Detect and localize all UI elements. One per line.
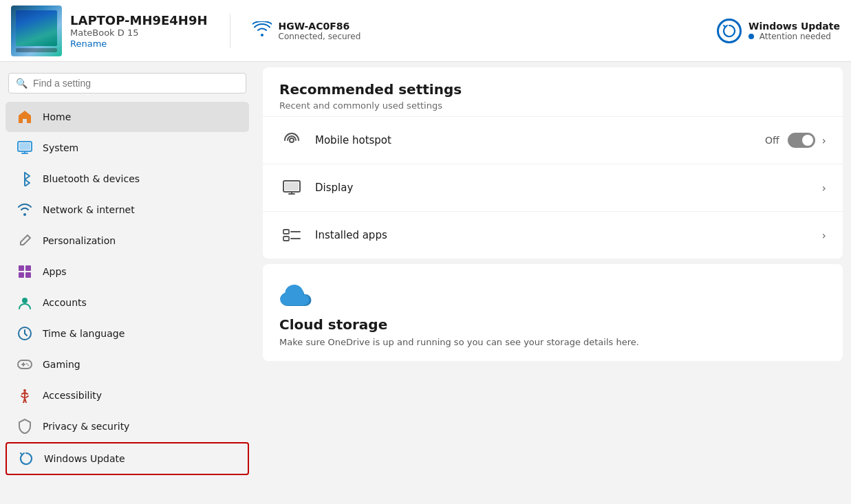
sidebar-item-label-time: Time & language	[43, 328, 125, 339]
hotspot-toggle[interactable]	[788, 133, 815, 148]
sidebar-item-label-network: Network & internet	[43, 204, 135, 215]
setting-row-hotspot[interactable]: Mobile hotspot Off ›	[263, 116, 843, 164]
hotspot-value: Off	[765, 135, 779, 146]
sidebar-item-label-home: Home	[43, 111, 71, 122]
main-layout: 🔍 Home System	[0, 62, 851, 504]
accounts-icon	[17, 294, 33, 311]
apps-icon	[17, 263, 33, 280]
time-icon	[17, 325, 33, 342]
bluetooth-icon	[17, 171, 33, 187]
wifi-name: HGW-AC0F86	[279, 21, 361, 32]
display-icon	[279, 175, 304, 200]
search-box[interactable]: 🔍	[8, 73, 246, 94]
update-title: Windows Update	[748, 21, 840, 32]
svg-point-12	[290, 138, 294, 142]
search-icon: 🔍	[16, 78, 28, 89]
sidebar-item-label-accounts: Accounts	[43, 297, 87, 308]
sidebar-item-label-bluetooth: Bluetooth & devices	[43, 173, 140, 184]
sidebar-item-update[interactable]: Windows Update	[6, 442, 249, 475]
update-text: Windows Update Attention needed	[748, 21, 840, 41]
device-thumbnail	[11, 6, 62, 56]
sidebar-item-label-accessibility: Accessibility	[43, 390, 102, 401]
svg-rect-16	[283, 237, 289, 241]
svg-rect-5	[25, 272, 31, 278]
installed-apps-icon	[279, 223, 304, 248]
windows-update-icon	[717, 19, 742, 43]
display-label: Display	[315, 182, 822, 194]
sidebar-item-label-system: System	[43, 142, 78, 153]
wifi-section: HGW-AC0F86 Connected, secured	[252, 21, 361, 41]
sidebar-item-gaming[interactable]: Gaming	[6, 349, 249, 380]
sidebar-item-label-personalization: Personalization	[43, 235, 116, 246]
device-model: MateBook D 15	[70, 28, 208, 38]
cloud-icon	[279, 278, 312, 311]
wifi-status: Connected, secured	[279, 32, 361, 41]
device-text: LAPTOP-MH9E4H9H MateBook D 15 Rename	[70, 13, 208, 49]
cloud-title: Cloud storage	[279, 316, 826, 333]
sidebar: 🔍 Home System	[0, 62, 255, 504]
setting-row-display[interactable]: Display ›	[263, 164, 843, 211]
top-bar: LAPTOP-MH9E4H9H MateBook D 15 Rename HGW…	[0, 0, 851, 62]
svg-rect-3	[25, 265, 31, 271]
update-dot	[748, 34, 754, 39]
installed-apps-label: Installed apps	[315, 229, 822, 241]
search-input[interactable]	[33, 78, 239, 89]
setting-row-installed-apps[interactable]: Installed apps ›	[263, 211, 843, 259]
installed-apps-chevron: ›	[822, 229, 826, 242]
svg-point-6	[22, 298, 28, 303]
svg-rect-1	[19, 143, 30, 150]
update-nav-icon	[18, 450, 34, 467]
cloud-description: Make sure OneDrive is up and running so …	[279, 337, 826, 347]
system-icon	[17, 140, 33, 156]
svg-rect-4	[19, 272, 24, 278]
divider-1	[230, 14, 230, 48]
content-area: Recommended settings Recent and commonly…	[255, 62, 851, 504]
sidebar-item-label-update: Windows Update	[44, 453, 125, 464]
sidebar-item-privacy[interactable]: Privacy & security	[6, 411, 249, 441]
svg-rect-2	[19, 265, 24, 271]
svg-rect-14	[285, 182, 299, 190]
sidebar-item-personalization[interactable]: Personalization	[6, 226, 249, 256]
home-icon	[17, 109, 33, 125]
device-info: LAPTOP-MH9E4H9H MateBook D 15 Rename	[11, 6, 208, 56]
sidebar-item-label-privacy: Privacy & security	[43, 421, 129, 432]
recommended-title: Recommended settings	[279, 81, 826, 98]
cloud-storage-card: Cloud storage Make sure OneDrive is up a…	[263, 264, 843, 361]
sidebar-item-time[interactable]: Time & language	[6, 318, 249, 349]
device-name: LAPTOP-MH9E4H9H	[70, 13, 208, 28]
sidebar-item-home[interactable]: Home	[6, 102, 249, 132]
sidebar-item-bluetooth[interactable]: Bluetooth & devices	[6, 164, 249, 194]
recommended-settings-card: Recommended settings Recent and commonly…	[263, 67, 843, 259]
svg-point-9	[26, 363, 28, 364]
svg-point-11	[23, 389, 26, 392]
update-section[interactable]: Windows Update Attention needed	[717, 19, 840, 43]
gaming-icon	[17, 356, 33, 373]
personalization-icon	[17, 232, 33, 249]
hotspot-chevron: ›	[822, 134, 826, 147]
sidebar-item-label-gaming: Gaming	[43, 359, 80, 370]
svg-point-10	[28, 364, 29, 366]
recommended-subtitle: Recent and commonly used settings	[279, 100, 826, 111]
sidebar-item-accounts[interactable]: Accounts	[6, 287, 249, 318]
display-chevron: ›	[822, 182, 826, 195]
hotspot-label: Mobile hotspot	[315, 134, 765, 146]
sidebar-item-apps[interactable]: Apps	[6, 256, 249, 287]
wifi-icon	[252, 21, 272, 40]
rename-link[interactable]: Rename	[70, 39, 107, 49]
update-status: Attention needed	[748, 32, 840, 41]
wifi-text: HGW-AC0F86 Connected, secured	[279, 21, 361, 41]
svg-rect-15	[283, 230, 289, 234]
accessibility-icon	[17, 387, 33, 404]
recommended-header: Recommended settings Recent and commonly…	[263, 67, 843, 116]
network-icon	[17, 201, 33, 218]
sidebar-item-system[interactable]: System	[6, 133, 249, 163]
hotspot-icon	[279, 128, 304, 153]
sidebar-item-network[interactable]: Network & internet	[6, 195, 249, 225]
sidebar-item-label-apps: Apps	[43, 266, 67, 277]
sidebar-item-accessibility[interactable]: Accessibility	[6, 380, 249, 410]
privacy-icon	[17, 418, 33, 435]
